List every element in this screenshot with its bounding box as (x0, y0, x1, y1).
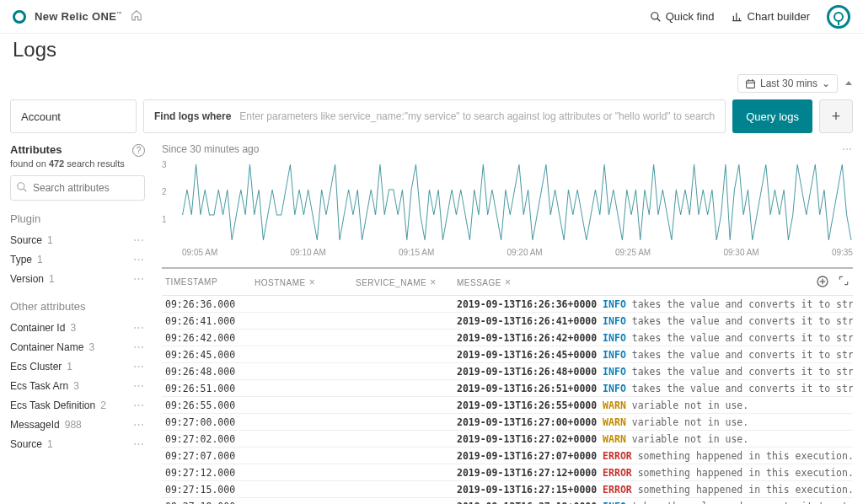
log-row[interactable]: 09:26:41.0002019-09-13T16:26:41+0000 INF… (162, 313, 853, 330)
chart-ytick: 2 (162, 187, 167, 196)
log-row[interactable]: 09:27:02.0002019-09-13T16:27:02+0000 WAR… (162, 431, 853, 448)
query-logs-button[interactable]: Query logs (732, 99, 812, 133)
log-row[interactable]: 09:26:36.0002019-09-13T16:26:36+0000 INF… (162, 296, 853, 313)
cell-timestamp: 09:26:36.000 (162, 298, 255, 310)
time-range-label: Last 30 mins (760, 78, 817, 89)
add-button[interactable]: + (819, 99, 853, 133)
time-range-picker[interactable]: Last 30 mins ⌄ (737, 74, 838, 93)
attribute-count: 1 (67, 361, 72, 373)
cell-message: 2019-09-13T16:27:00+0000 WARN variable n… (457, 416, 853, 428)
attribute-row[interactable]: Type1⋯ (10, 249, 145, 269)
attribute-name: Source (10, 234, 42, 246)
col-hostname[interactable]: HOSTNAME (255, 278, 306, 287)
col-message[interactable]: MESSAGE (457, 278, 501, 287)
cell-message: 2019-09-13T16:27:19+0000 INFO takes the … (457, 501, 853, 505)
add-column-icon[interactable] (816, 275, 829, 290)
attribute-name: Ecs Task Arn (10, 380, 68, 392)
attributes-subtitle: found on 472 search results (10, 158, 145, 169)
page-title: Logs (0, 34, 863, 74)
home-icon[interactable] (131, 9, 142, 24)
collapse-caret[interactable] (843, 76, 855, 92)
attribute-name: MessageId (10, 419, 60, 431)
attribute-menu-icon[interactable]: ⋯ (133, 399, 145, 411)
log-row[interactable]: 09:27:07.0002019-09-13T16:27:07+0000 ERR… (162, 448, 853, 464)
attribute-name: Container Name (10, 341, 83, 353)
log-row[interactable]: 09:27:19.0002019-09-13T16:27:19+0000 INF… (162, 498, 853, 504)
attribute-count: 3 (73, 380, 79, 392)
attribute-menu-icon[interactable]: ⋯ (133, 253, 145, 265)
attribute-count: 1 (49, 273, 55, 285)
logo-icon (13, 10, 26, 24)
col-service[interactable]: SERVICE_NAME (356, 278, 426, 287)
log-row[interactable]: 09:26:45.0002019-09-13T16:26:45+0000 INF… (162, 346, 853, 363)
help-icon[interactable]: ? (132, 144, 145, 157)
cell-message: 2019-09-13T16:26:51+0000 INFO takes the … (457, 383, 853, 394)
attribute-menu-icon[interactable]: ⋯ (133, 233, 145, 246)
attribute-name: Version (10, 273, 44, 285)
attribute-row[interactable]: Source1⋯ (10, 230, 145, 249)
remove-column-hostname[interactable]: × (309, 276, 316, 288)
search-attributes-input[interactable] (10, 175, 145, 201)
attribute-row[interactable]: Source1⋯ (10, 434, 145, 453)
attribute-row[interactable]: MessageId988⋯ (10, 415, 145, 434)
chart-xtick: 09:10 AM (290, 248, 325, 257)
remove-column-service[interactable]: × (430, 276, 437, 288)
chart-ytick: 1 (162, 215, 167, 224)
attribute-count: 1 (37, 254, 43, 265)
attribute-row[interactable]: Ecs Cluster1⋯ (10, 357, 145, 376)
chart-xtick: 09:20 AM (507, 248, 542, 257)
cell-message: 2019-09-13T16:27:07+0000 ERROR something… (457, 450, 853, 462)
attribute-menu-icon[interactable]: ⋯ (133, 360, 145, 373)
attribute-menu-icon[interactable]: ⋯ (133, 379, 145, 392)
cell-message: 2019-09-13T16:26:55+0000 WARN variable n… (457, 399, 853, 411)
chart-xtick: 09:05 AM (182, 248, 217, 257)
cell-message: 2019-09-13T16:27:15+0000 ERROR something… (457, 484, 853, 496)
attribute-menu-icon[interactable]: ⋯ (133, 272, 145, 285)
attribute-menu-icon[interactable]: ⋯ (133, 418, 145, 431)
cell-message: 2019-09-13T16:26:36+0000 INFO takes the … (457, 298, 853, 310)
attribute-row[interactable]: Container Id3⋯ (10, 318, 145, 337)
attribute-row[interactable]: Ecs Task Arn3⋯ (10, 376, 145, 395)
attribute-row[interactable]: Container Name3⋯ (10, 337, 145, 357)
chart-builder-button[interactable]: Chart builder (732, 10, 810, 23)
col-timestamp[interactable]: TIMESTAMP (162, 277, 255, 287)
cell-timestamp: 09:26:48.000 (162, 366, 255, 378)
chart-xtick: 09:25 AM (615, 248, 651, 257)
cell-timestamp: 09:27:19.000 (162, 501, 255, 505)
attribute-count: 1 (47, 438, 53, 450)
query-box: Find logs where (143, 99, 726, 133)
attribute-menu-icon[interactable]: ⋯ (133, 321, 145, 334)
query-input[interactable] (239, 110, 715, 122)
log-row[interactable]: 09:27:12.0002019-09-13T16:27:12+0000 ERR… (162, 464, 853, 481)
svg-line-11 (24, 189, 27, 192)
attribute-count: 1 (47, 234, 53, 246)
log-row[interactable]: 09:27:15.0002019-09-13T16:27:15+0000 ERR… (162, 481, 853, 498)
attribute-name: Ecs Cluster (10, 361, 62, 373)
cell-timestamp: 09:27:15.000 (162, 484, 255, 496)
log-volume-chart: 3 2 1 (162, 160, 853, 244)
log-row[interactable]: 09:26:55.0002019-09-13T16:26:55+0000 WAR… (162, 397, 853, 414)
remove-column-message[interactable]: × (505, 276, 512, 288)
user-avatar[interactable] (827, 5, 850, 29)
quick-find-button[interactable]: Quick find (650, 10, 715, 23)
account-selector[interactable]: Account (10, 99, 137, 133)
attribute-row[interactable]: Version1⋯ (10, 269, 145, 288)
log-row[interactable]: 09:26:42.0002019-09-13T16:26:42+0000 INF… (162, 330, 853, 346)
cell-timestamp: 09:26:41.000 (162, 315, 255, 327)
log-row[interactable]: 09:26:48.0002019-09-13T16:26:48+0000 INF… (162, 363, 853, 380)
cell-timestamp: 09:26:55.000 (162, 399, 255, 411)
svg-rect-6 (747, 80, 755, 88)
attribute-row[interactable]: Ecs Task Definition2⋯ (10, 395, 145, 415)
svg-point-0 (651, 12, 658, 19)
log-row[interactable]: 09:26:51.0002019-09-13T16:26:51+0000 INF… (162, 380, 853, 397)
svg-point-10 (18, 183, 24, 190)
other-section-title: Other attributes (10, 300, 145, 313)
attribute-menu-icon[interactable]: ⋯ (133, 340, 145, 353)
attribute-menu-icon[interactable]: ⋯ (133, 437, 145, 450)
plugin-section-title: Plugin (10, 212, 145, 225)
attribute-count: 988 (65, 419, 82, 431)
expand-icon[interactable] (838, 275, 850, 290)
log-row[interactable]: 09:27:00.0002019-09-13T16:27:00+0000 WAR… (162, 414, 853, 431)
chart-menu-icon[interactable]: ⋯ (842, 143, 853, 155)
cell-timestamp: 09:26:42.000 (162, 332, 255, 344)
